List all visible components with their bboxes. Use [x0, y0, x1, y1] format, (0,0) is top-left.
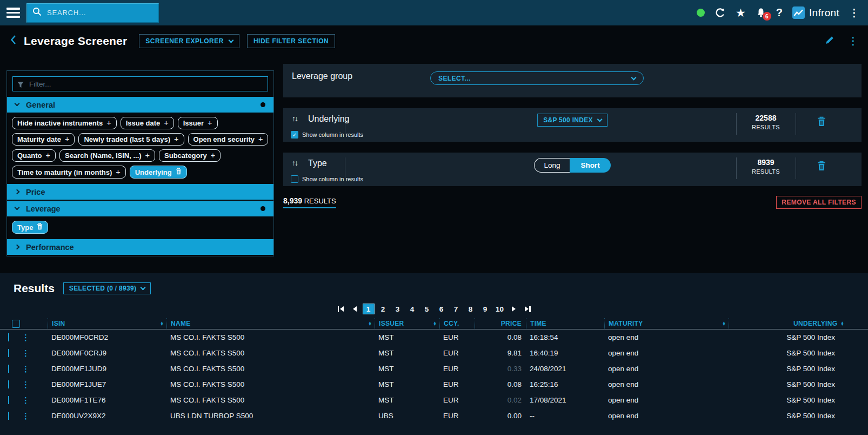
- filter-search-input[interactable]: [12, 76, 268, 91]
- page-button[interactable]: 3: [392, 304, 404, 314]
- total-results-link[interactable]: 8,939 RESULTS: [283, 196, 336, 208]
- last-page-icon[interactable]: [522, 306, 534, 312]
- accordion-section-general[interactable]: General: [7, 97, 273, 113]
- row-checkbox[interactable]: [8, 380, 9, 388]
- row-checkbox[interactable]: [8, 396, 9, 404]
- table-row[interactable]: ⋮ DE000MF1JUE7 MS CO.I. FAKTS S500 MST E…: [0, 377, 868, 392]
- sort-icon[interactable]: ▲▼: [368, 321, 372, 326]
- next-page-icon[interactable]: [509, 306, 519, 312]
- back-button[interactable]: [10, 35, 16, 47]
- page-button[interactable]: 9: [479, 304, 491, 314]
- notifications-bell-icon[interactable]: 6: [756, 8, 766, 18]
- row-checkbox[interactable]: [8, 365, 9, 373]
- sort-icon[interactable]: ▲▼: [722, 321, 726, 326]
- refresh-icon[interactable]: [715, 7, 726, 18]
- checkbox-checked-icon[interactable]: ✓: [291, 131, 298, 139]
- sort-icon[interactable]: ▲▼: [433, 321, 437, 326]
- page-button[interactable]: 8: [465, 304, 477, 314]
- filter-chip[interactable]: Issuer+: [178, 117, 218, 129]
- filter-chip[interactable]: Subcategory+: [159, 149, 221, 162]
- selected-dropdown[interactable]: SELECTED (0 / 8939): [63, 282, 151, 294]
- checkbox-unchecked-icon[interactable]: [291, 175, 298, 183]
- first-page-icon[interactable]: [335, 306, 347, 312]
- table-row[interactable]: ⋮ DE000MF1TE76 MS CO.I. FAKTS S500 MST E…: [0, 392, 868, 408]
- page-button[interactable]: 5: [421, 304, 433, 314]
- cell-isin: DE000MF1JUE7: [48, 380, 166, 388]
- filter-chip[interactable]: Quanto+: [12, 149, 56, 162]
- header-kebab-menu-icon[interactable]: ⋮: [848, 35, 858, 47]
- remove-filter-trash-icon[interactable]: [817, 116, 826, 129]
- row-checkbox[interactable]: [8, 333, 9, 341]
- cell-maturity: open end: [604, 365, 729, 373]
- column-header-isin[interactable]: ISIN▲▼: [48, 318, 166, 329]
- help-icon[interactable]: ?: [776, 6, 783, 19]
- filter-chip-underlying-active[interactable]: Underlying: [130, 166, 187, 179]
- search-input[interactable]: [46, 8, 153, 17]
- toggle-option-long[interactable]: Long: [534, 158, 570, 173]
- column-header-price[interactable]: PRICE: [475, 318, 526, 329]
- global-search-box[interactable]: [26, 3, 159, 23]
- add-icon: +: [116, 169, 120, 176]
- filter-chip[interactable]: Hide inactive instruments+: [12, 117, 117, 129]
- remove-filter-trash-icon[interactable]: [817, 161, 826, 173]
- page-button[interactable]: 10: [494, 304, 506, 314]
- filter-chip[interactable]: Open end security+: [188, 133, 269, 146]
- topbar-kebab-menu-icon[interactable]: ⋮: [849, 8, 859, 18]
- table-row[interactable]: ⋮ DE000UV2X9X2 UBS LDN TURBOP S500 UBS E…: [0, 408, 868, 424]
- filter-chip[interactable]: Search (Name, ISIN, ...)+: [59, 149, 155, 162]
- show-column-checkbox-type[interactable]: Show column in results: [291, 175, 363, 183]
- previous-page-icon[interactable]: [350, 306, 360, 312]
- row-kebab-menu-icon[interactable]: ⋮: [21, 364, 48, 374]
- page-button[interactable]: 2: [377, 304, 389, 314]
- toggle-option-short-selected[interactable]: Short: [570, 158, 611, 173]
- table-row[interactable]: ⋮ DE000MF1JUD9 MS CO.I. FAKTS S500 MST E…: [0, 361, 868, 377]
- favorites-star-icon[interactable]: ★: [736, 8, 746, 18]
- filter-chip[interactable]: Newly traded (last 5 days)+: [78, 133, 184, 146]
- row-kebab-menu-icon[interactable]: ⋮: [21, 333, 48, 342]
- accordion-section-price[interactable]: Price: [7, 184, 273, 200]
- cell-isin: DE000MF1TE76: [48, 396, 166, 404]
- filter-chip[interactable]: Maturity date+: [12, 133, 75, 146]
- cell-ccy: EUR: [439, 365, 475, 373]
- column-header-underlying[interactable]: UNDERLYING▲▼: [729, 318, 868, 329]
- trash-icon[interactable]: [176, 168, 182, 176]
- accordion-section-leverage[interactable]: Leverage: [7, 201, 273, 216]
- page-button[interactable]: 1: [363, 304, 375, 314]
- page-button[interactable]: 7: [450, 304, 462, 314]
- table-row[interactable]: ⋮ DE000MF0CRJ9 MS CO.I. FAKTS S500 MST E…: [0, 345, 868, 361]
- column-header-issuer[interactable]: ISSUER▲▼: [375, 318, 439, 329]
- column-header-ccy[interactable]: CCY.: [439, 318, 475, 329]
- column-header-name[interactable]: NAME▲▼: [166, 318, 375, 329]
- reorder-filter-icon[interactable]: ↑↓: [292, 114, 297, 123]
- hide-filter-section-button[interactable]: HIDE FILTER SECTION: [247, 34, 335, 48]
- filter-chip[interactable]: Issue date+: [121, 117, 174, 129]
- row-kebab-menu-icon[interactable]: ⋮: [21, 396, 48, 405]
- infront-logo[interactable]: Infront: [792, 6, 839, 19]
- hamburger-menu-icon[interactable]: [6, 8, 20, 18]
- row-kebab-menu-icon[interactable]: ⋮: [21, 380, 48, 390]
- row-kebab-menu-icon[interactable]: ⋮: [21, 411, 48, 421]
- table-row[interactable]: ⋮ DE000MF0CRD2 MS CO.I. FAKTS S500 MST E…: [0, 329, 868, 345]
- page-button[interactable]: 6: [436, 304, 448, 314]
- add-icon: +: [145, 152, 150, 159]
- filter-chip-type-active[interactable]: Type: [12, 221, 48, 234]
- leverage-group-select[interactable]: SELECT...: [430, 71, 644, 85]
- row-checkbox[interactable]: [8, 412, 9, 420]
- page-button[interactable]: 4: [406, 304, 418, 314]
- row-kebab-menu-icon[interactable]: ⋮: [21, 348, 48, 358]
- column-header-time[interactable]: TIME: [526, 318, 604, 329]
- row-checkbox[interactable]: [8, 349, 9, 357]
- select-all-checkbox[interactable]: [12, 320, 20, 328]
- show-column-checkbox-underlying[interactable]: ✓ Show column in results: [291, 131, 363, 139]
- trash-icon[interactable]: [37, 223, 43, 232]
- screener-explorer-dropdown[interactable]: SCREENER EXPLORER: [139, 34, 239, 48]
- underlying-value-dropdown[interactable]: S&P 500 INDEX: [537, 114, 607, 127]
- accordion-section-performance[interactable]: Performance: [7, 239, 273, 255]
- sort-icon[interactable]: ▲▼: [840, 321, 844, 326]
- remove-all-filters-button[interactable]: REMOVE ALL FILTERS: [776, 196, 862, 209]
- filter-chip[interactable]: Time to maturity (in months)+: [12, 166, 126, 179]
- column-header-maturity[interactable]: MATURITY▲▼: [604, 318, 729, 329]
- reorder-filter-icon[interactable]: ↑↓: [292, 159, 297, 167]
- edit-pencil-icon[interactable]: [824, 35, 835, 48]
- sort-icon[interactable]: ▲▼: [160, 321, 164, 326]
